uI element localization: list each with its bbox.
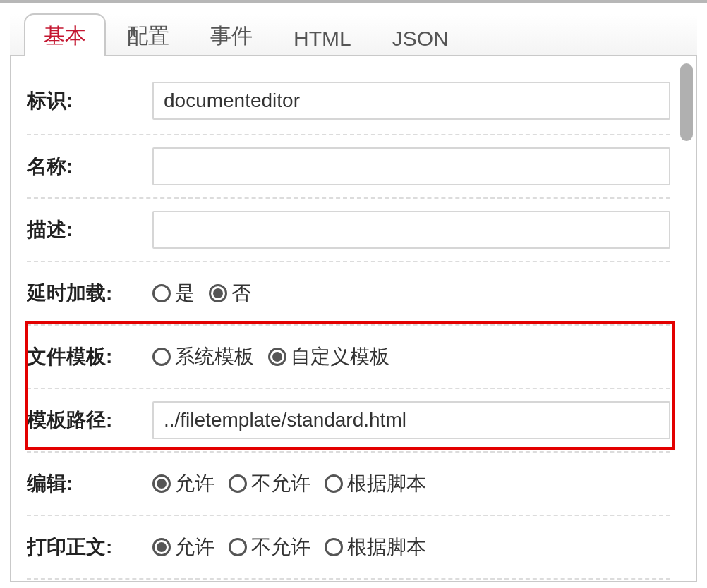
radio-delay-no[interactable]: 否 (209, 280, 251, 307)
radio-edit-deny[interactable]: 不允许 (229, 470, 310, 497)
basic-panel: 标识: 名称: 描述: 延时加载: (10, 56, 697, 582)
label-name: 名称: (27, 153, 152, 180)
tab-event[interactable]: 事件 (191, 13, 272, 56)
radio-delay-yes[interactable]: 是 (152, 280, 195, 307)
radiogroup-print-body: 允许 不允许 根据脚本 (152, 534, 670, 561)
input-template-path[interactable] (152, 401, 670, 439)
radio-label: 允许 (175, 470, 214, 497)
radio-icon (229, 538, 247, 556)
radio-icon (152, 538, 171, 556)
input-id[interactable] (152, 82, 670, 120)
row-desc: 描述: (27, 199, 670, 262)
input-desc[interactable] (152, 211, 670, 249)
radiogroup-delay: 是 否 (152, 280, 670, 307)
label-print-body: 打印正文: (27, 534, 152, 561)
label-id: 标识: (27, 87, 152, 114)
radio-edit-allow[interactable]: 允许 (152, 470, 214, 497)
radio-label: 是 (175, 280, 195, 307)
radio-print-allow[interactable]: 允许 (152, 534, 214, 561)
radio-icon (209, 284, 227, 302)
label-desc: 描述: (27, 216, 152, 243)
radio-icon (325, 474, 343, 493)
radio-label: 自定义模板 (291, 343, 389, 370)
tab-config[interactable]: 配置 (107, 13, 189, 56)
radio-label: 根据脚本 (347, 534, 426, 561)
radio-icon (229, 474, 247, 493)
property-editor: 基本 配置 事件 HTML JSON 标识: 名称: 描述: (0, 0, 707, 588)
radio-icon (152, 348, 171, 366)
row-template-path: 模板路径: (27, 389, 670, 453)
row-id: 标识: (27, 72, 670, 135)
label-template-path: 模板路径: (27, 407, 152, 434)
radio-icon (268, 348, 286, 366)
radiogroup-file-template: 系统模板 自定义模板 (152, 343, 670, 370)
row-print-body: 打印正文: 允许 不允许 根据脚本 (27, 516, 670, 580)
tab-html[interactable]: HTML (274, 18, 371, 56)
radio-icon (152, 284, 171, 302)
radio-label: 允许 (175, 534, 214, 561)
radio-label: 不允许 (251, 470, 310, 497)
radio-template-system[interactable]: 系统模板 (152, 343, 254, 370)
row-edit: 编辑: 允许 不允许 根据脚本 (27, 453, 670, 516)
label-file-template: 文件模板: (27, 343, 152, 370)
radio-edit-byscript[interactable]: 根据脚本 (325, 470, 426, 497)
row-name: 名称: (27, 135, 670, 199)
input-name[interactable] (152, 147, 670, 185)
tab-bar: 基本 配置 事件 HTML JSON (10, 14, 697, 56)
label-edit: 编辑: (27, 470, 152, 497)
radio-label: 不允许 (251, 534, 310, 561)
tab-basic[interactable]: 基本 (24, 13, 106, 56)
radio-label: 否 (231, 280, 251, 307)
radio-print-byscript[interactable]: 根据脚本 (325, 534, 426, 561)
form-scroll[interactable]: 标识: 名称: 描述: 延时加载: (27, 72, 680, 581)
radiogroup-edit: 允许 不允许 根据脚本 (152, 470, 670, 497)
radio-icon (325, 538, 343, 556)
label-delay: 延时加载: (27, 280, 152, 307)
row-file-template: 文件模板: 系统模板 自定义模板 (27, 326, 670, 389)
tab-json[interactable]: JSON (373, 18, 469, 56)
radio-print-deny[interactable]: 不允许 (229, 534, 310, 561)
radio-label: 根据脚本 (347, 470, 426, 497)
radio-template-custom[interactable]: 自定义模板 (268, 343, 389, 370)
radio-label: 系统模板 (175, 343, 254, 370)
radio-icon (152, 474, 171, 493)
row-delay: 延时加载: 是 否 (27, 262, 670, 326)
